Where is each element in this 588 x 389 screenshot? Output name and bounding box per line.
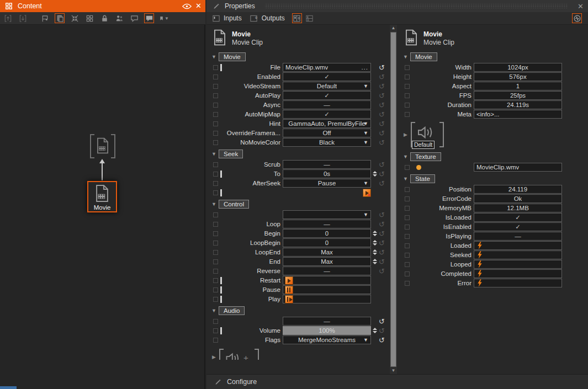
scroll-down-arrow[interactable]: ▼: [390, 367, 397, 374]
section-chip[interactable]: Control: [219, 200, 249, 209]
row-checkbox[interactable]: [405, 65, 410, 70]
dropdown-field[interactable]: Default▼: [283, 82, 371, 90]
reset-button[interactable]: ↺: [378, 110, 386, 119]
seek-trigger-button[interactable]: [363, 189, 371, 197]
bracket-down-icon[interactable]: [18, 13, 28, 23]
ghost-movie-node[interactable]: [90, 134, 115, 159]
row-checkbox[interactable]: [213, 287, 218, 292]
reset-button[interactable]: ↺: [378, 220, 386, 228]
row-checkbox[interactable]: [405, 103, 410, 108]
reset-button[interactable]: ↺: [378, 230, 386, 238]
reset-button[interactable]: ↺: [378, 92, 386, 100]
section-collapse-icon[interactable]: ▼: [211, 151, 219, 157]
split-vertical-icon[interactable]: 0: [292, 13, 302, 23]
reset-button[interactable]: ↺: [378, 101, 386, 109]
row-checkbox[interactable]: [213, 259, 218, 264]
section-collapse-icon[interactable]: ▼: [211, 54, 219, 60]
row-checkbox[interactable]: [213, 131, 218, 136]
reset-button[interactable]: ↺: [378, 129, 386, 137]
row-checkbox[interactable]: [405, 74, 410, 79]
reset-button[interactable]: ↺: [378, 317, 386, 326]
volume-slider[interactable]: 100%: [283, 326, 371, 335]
row-checkbox[interactable]: [213, 278, 218, 283]
row-checkbox[interactable]: [213, 65, 218, 70]
toggle-field[interactable]: ✓: [283, 110, 371, 119]
section-chip[interactable]: Audio: [219, 306, 245, 315]
reset-button[interactable]: ↺: [378, 327, 386, 335]
content-titlebar[interactable]: Content ✕: [0, 0, 205, 12]
row-checkbox[interactable]: [213, 121, 218, 126]
activity-monitor-icon[interactable]: [572, 13, 582, 23]
reset-button[interactable]: ↺: [378, 258, 386, 266]
row-checkbox[interactable]: [213, 222, 218, 227]
reset-button[interactable]: ↺: [378, 170, 386, 178]
row-checkbox[interactable]: [213, 212, 218, 217]
section-collapse-icon[interactable]: ▼: [403, 154, 410, 159]
split-horizontal-icon[interactable]: 0: [305, 13, 315, 23]
section-collapse-icon[interactable]: ▼: [211, 308, 219, 313]
dropdown-field[interactable]: Off▼: [283, 129, 371, 137]
reset-button[interactable]: ↺: [378, 161, 386, 169]
row-checkbox[interactable]: [405, 253, 410, 258]
dropdown-field[interactable]: GammaAuto, PremulByFile▼: [283, 119, 371, 128]
toggle-field[interactable]: —: [283, 100, 371, 109]
row-checkbox[interactable]: [213, 84, 218, 89]
reset-button[interactable]: ↺: [378, 267, 386, 275]
dropdown-field[interactable]: MergeMonoStreams▼: [283, 335, 371, 344]
row-checkbox[interactable]: [213, 319, 218, 324]
reset-button[interactable]: ↺: [378, 73, 386, 81]
number-field[interactable]: 0: [283, 229, 371, 238]
close-icon[interactable]: ✕: [195, 0, 202, 12]
reset-button[interactable]: ↺: [378, 239, 386, 247]
scroll-up-arrow[interactable]: ▲: [390, 25, 397, 31]
properties-titlebar[interactable]: Properties ✕: [206, 0, 588, 12]
row-checkbox[interactable]: [213, 190, 218, 195]
dropdown-field[interactable]: ▼: [283, 210, 371, 219]
browse-button[interactable]: ...: [361, 64, 368, 71]
play-button[interactable]: [285, 295, 293, 303]
play-trigger-field[interactable]: [283, 295, 371, 303]
movie-node[interactable]: Movie: [87, 181, 117, 212]
scrollbar-thumb[interactable]: [390, 32, 396, 367]
row-checkbox[interactable]: [213, 172, 218, 177]
value-field[interactable]: MovieClip.wmv...: [283, 63, 371, 72]
grid-icon[interactable]: [84, 13, 94, 23]
expander-icon[interactable]: ▶: [404, 132, 407, 137]
reset-button[interactable]: ↺: [378, 248, 386, 257]
row-checkbox[interactable]: [213, 140, 218, 145]
dropdown-field[interactable]: Black▼: [283, 138, 371, 147]
row-checkbox[interactable]: [405, 243, 410, 248]
spinner-control[interactable]: [372, 259, 378, 264]
number-field[interactable]: Max: [283, 248, 371, 257]
spinner-control[interactable]: [372, 328, 378, 333]
inputs-tab[interactable]: Inputs: [224, 14, 242, 22]
section-collapse-icon[interactable]: ▼: [403, 176, 410, 182]
row-checkbox[interactable]: [213, 241, 218, 246]
bracket-up-icon[interactable]: [3, 13, 13, 23]
section-collapse-icon[interactable]: ▼: [403, 54, 410, 60]
close-icon[interactable]: ✕: [578, 2, 584, 10]
reset-button[interactable]: ↺: [378, 82, 386, 90]
dropdown-field[interactable]: Pause▼: [283, 179, 371, 188]
toggle-field[interactable]: ✓: [283, 91, 371, 100]
row-checkbox[interactable]: [405, 225, 410, 230]
toggle-field[interactable]: —: [283, 317, 371, 326]
row-checkbox[interactable]: [213, 74, 218, 79]
pause-trigger-field[interactable]: [283, 285, 371, 294]
plus-icon[interactable]: +: [243, 353, 248, 360]
row-checkbox[interactable]: [405, 206, 410, 211]
row-checkbox[interactable]: [405, 262, 410, 267]
node-graph-canvas[interactable]: Movie: [0, 25, 205, 389]
restart-button[interactable]: [285, 276, 293, 285]
row-checkbox[interactable]: [405, 84, 410, 89]
row-checkbox[interactable]: [405, 187, 410, 192]
row-checkbox[interactable]: [405, 165, 410, 170]
row-checkbox[interactable]: [213, 231, 218, 236]
row-checkbox[interactable]: [213, 338, 218, 343]
row-checkbox[interactable]: [213, 103, 218, 108]
bookmark-icon[interactable]: ▼: [159, 13, 169, 23]
section-chip[interactable]: Texture: [410, 152, 441, 161]
pause-button[interactable]: [285, 286, 293, 294]
audio-device-block[interactable]: ▶ Default: [403, 121, 562, 150]
configure-bar[interactable]: Configure: [206, 374, 588, 389]
